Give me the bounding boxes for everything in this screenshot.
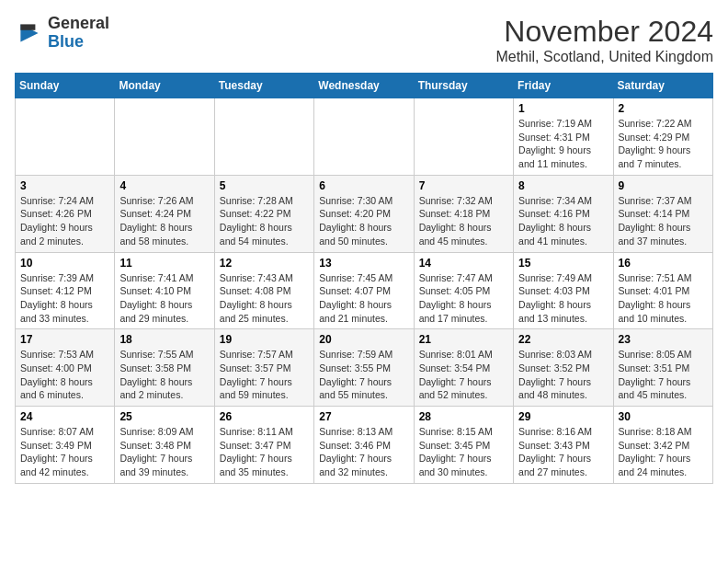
day-number: 23: [619, 333, 708, 346]
day-number: 9: [619, 179, 708, 192]
day-info: Sunrise: 7:45 AM Sunset: 4:07 PM Dayligh…: [319, 271, 408, 326]
calendar-cell: 11Sunrise: 7:41 AM Sunset: 4:10 PM Dayli…: [115, 252, 214, 329]
calendar-cell: 25Sunrise: 8:09 AM Sunset: 3:48 PM Dayli…: [115, 407, 214, 484]
calendar-cell: 30Sunrise: 8:18 AM Sunset: 3:42 PM Dayli…: [613, 407, 712, 484]
day-info: Sunrise: 7:34 AM Sunset: 4:16 PM Dayligh…: [518, 194, 608, 248]
day-info: Sunrise: 7:49 AM Sunset: 4:03 PM Dayligh…: [518, 271, 608, 326]
day-number: 11: [119, 257, 209, 270]
calendar-cell: 26Sunrise: 8:11 AM Sunset: 3:47 PM Dayli…: [214, 407, 313, 484]
calendar-cell: [414, 98, 513, 176]
calendar-cell: 1Sunrise: 7:19 AM Sunset: 4:31 PM Daylig…: [514, 98, 613, 176]
day-number: 18: [119, 333, 209, 346]
day-info: Sunrise: 8:15 AM Sunset: 3:45 PM Dayligh…: [419, 425, 508, 479]
calendar-cell: [214, 98, 313, 176]
weekday-header-row: SundayMondayTuesdayWednesdayThursdayFrid…: [16, 74, 713, 98]
calendar-cell: 8Sunrise: 7:34 AM Sunset: 4:16 PM Daylig…: [514, 175, 613, 252]
logo-text: General Blue: [48, 15, 109, 52]
header: General Blue November 2024 Methil, Scotl…: [15, 15, 713, 65]
weekday-header: Thursday: [414, 74, 513, 98]
calendar-week-row: 24Sunrise: 8:07 AM Sunset: 3:49 PM Dayli…: [16, 407, 713, 484]
day-info: Sunrise: 8:13 AM Sunset: 3:46 PM Dayligh…: [319, 425, 408, 479]
calendar-week-row: 10Sunrise: 7:39 AM Sunset: 4:12 PM Dayli…: [16, 252, 713, 329]
calendar-cell: 27Sunrise: 8:13 AM Sunset: 3:46 PM Dayli…: [314, 407, 414, 484]
logo-blue: Blue: [48, 32, 84, 51]
day-info: Sunrise: 7:43 AM Sunset: 4:08 PM Dayligh…: [220, 271, 309, 326]
calendar-week-row: 17Sunrise: 7:53 AM Sunset: 4:00 PM Dayli…: [16, 329, 713, 407]
calendar-cell: 24Sunrise: 8:07 AM Sunset: 3:49 PM Dayli…: [16, 407, 115, 484]
calendar-cell: 23Sunrise: 8:05 AM Sunset: 3:51 PM Dayli…: [613, 329, 712, 407]
calendar-cell: 20Sunrise: 7:59 AM Sunset: 3:55 PM Dayli…: [314, 329, 414, 407]
calendar-cell: 18Sunrise: 7:55 AM Sunset: 3:58 PM Dayli…: [115, 329, 214, 407]
day-number: 26: [220, 410, 309, 423]
calendar-cell: 4Sunrise: 7:26 AM Sunset: 4:24 PM Daylig…: [115, 175, 214, 252]
calendar-cell: [314, 98, 414, 176]
day-info: Sunrise: 7:59 AM Sunset: 3:55 PM Dayligh…: [319, 348, 408, 402]
day-number: 6: [319, 179, 408, 192]
day-info: Sunrise: 7:53 AM Sunset: 4:00 PM Dayligh…: [20, 348, 109, 402]
calendar-cell: 17Sunrise: 7:53 AM Sunset: 4:00 PM Dayli…: [16, 329, 115, 407]
month-title: November 2024: [495, 15, 713, 49]
day-info: Sunrise: 8:03 AM Sunset: 3:52 PM Dayligh…: [518, 348, 608, 402]
day-number: 1: [518, 102, 608, 115]
calendar-cell: 12Sunrise: 7:43 AM Sunset: 4:08 PM Dayli…: [214, 252, 313, 329]
day-number: 4: [119, 179, 209, 192]
day-number: 27: [319, 410, 408, 423]
day-number: 10: [20, 257, 109, 270]
day-info: Sunrise: 8:18 AM Sunset: 3:42 PM Dayligh…: [619, 425, 708, 479]
day-number: 19: [220, 333, 309, 346]
weekday-header: Wednesday: [314, 74, 414, 98]
day-number: 20: [319, 333, 408, 346]
day-info: Sunrise: 7:47 AM Sunset: 4:05 PM Dayligh…: [419, 271, 508, 326]
calendar-cell: 19Sunrise: 7:57 AM Sunset: 3:57 PM Dayli…: [214, 329, 313, 407]
day-number: 21: [419, 333, 508, 346]
day-info: Sunrise: 8:11 AM Sunset: 3:47 PM Dayligh…: [220, 425, 309, 479]
day-number: 8: [518, 179, 608, 192]
calendar-cell: 15Sunrise: 7:49 AM Sunset: 4:03 PM Dayli…: [514, 252, 613, 329]
weekday-header: Friday: [514, 74, 613, 98]
day-number: 16: [619, 257, 708, 270]
day-info: Sunrise: 7:39 AM Sunset: 4:12 PM Dayligh…: [20, 271, 109, 326]
calendar-cell: 16Sunrise: 7:51 AM Sunset: 4:01 PM Dayli…: [613, 252, 712, 329]
calendar-cell: 29Sunrise: 8:16 AM Sunset: 3:43 PM Dayli…: [514, 407, 613, 484]
day-number: 5: [220, 179, 309, 192]
day-number: 14: [419, 257, 508, 270]
calendar-cell: 2Sunrise: 7:22 AM Sunset: 4:29 PM Daylig…: [613, 98, 712, 176]
logo: General Blue: [15, 15, 109, 52]
day-number: 3: [20, 179, 109, 192]
day-info: Sunrise: 7:28 AM Sunset: 4:22 PM Dayligh…: [220, 194, 309, 248]
calendar-cell: 5Sunrise: 7:28 AM Sunset: 4:22 PM Daylig…: [214, 175, 313, 252]
day-info: Sunrise: 7:22 AM Sunset: 4:29 PM Dayligh…: [619, 117, 708, 171]
calendar-cell: 7Sunrise: 7:32 AM Sunset: 4:18 PM Daylig…: [414, 175, 513, 252]
weekday-header: Sunday: [16, 74, 115, 98]
day-info: Sunrise: 7:41 AM Sunset: 4:10 PM Dayligh…: [119, 271, 209, 326]
calendar-cell: [115, 98, 214, 176]
calendar-cell: 9Sunrise: 7:37 AM Sunset: 4:14 PM Daylig…: [613, 175, 712, 252]
day-info: Sunrise: 7:51 AM Sunset: 4:01 PM Dayligh…: [619, 271, 708, 326]
calendar-week-row: 1Sunrise: 7:19 AM Sunset: 4:31 PM Daylig…: [16, 98, 713, 176]
day-info: Sunrise: 7:32 AM Sunset: 4:18 PM Dayligh…: [419, 194, 508, 248]
calendar-week-row: 3Sunrise: 7:24 AM Sunset: 4:26 PM Daylig…: [16, 175, 713, 252]
calendar-cell: 13Sunrise: 7:45 AM Sunset: 4:07 PM Dayli…: [314, 252, 414, 329]
weekday-header: Tuesday: [214, 74, 313, 98]
day-number: 30: [619, 410, 708, 423]
calendar-cell: 22Sunrise: 8:03 AM Sunset: 3:52 PM Dayli…: [514, 329, 613, 407]
day-info: Sunrise: 7:55 AM Sunset: 3:58 PM Dayligh…: [119, 348, 209, 402]
day-number: 25: [119, 410, 209, 423]
svg-marker-2: [20, 24, 35, 29]
weekday-header: Saturday: [613, 74, 712, 98]
calendar-cell: 6Sunrise: 7:30 AM Sunset: 4:20 PM Daylig…: [314, 175, 414, 252]
title-area: November 2024 Methil, Scotland, United K…: [495, 15, 713, 65]
day-info: Sunrise: 7:24 AM Sunset: 4:26 PM Dayligh…: [20, 194, 109, 248]
day-number: 13: [319, 257, 408, 270]
weekday-header: Monday: [115, 74, 214, 98]
logo-general: General: [48, 14, 109, 32]
day-info: Sunrise: 8:09 AM Sunset: 3:48 PM Dayligh…: [119, 425, 209, 479]
day-number: 12: [220, 257, 309, 270]
day-number: 7: [419, 179, 508, 192]
day-info: Sunrise: 7:30 AM Sunset: 4:20 PM Dayligh…: [319, 194, 408, 248]
day-info: Sunrise: 7:26 AM Sunset: 4:24 PM Dayligh…: [119, 194, 209, 248]
logo-icon: [15, 18, 44, 48]
calendar-cell: 10Sunrise: 7:39 AM Sunset: 4:12 PM Dayli…: [16, 252, 115, 329]
day-number: 15: [518, 257, 608, 270]
calendar-cell: 3Sunrise: 7:24 AM Sunset: 4:26 PM Daylig…: [16, 175, 115, 252]
